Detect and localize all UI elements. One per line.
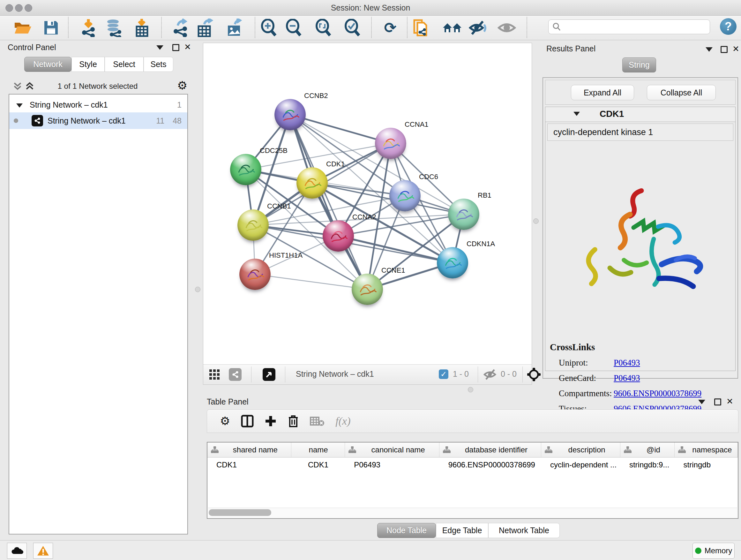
network-node-cdc25b[interactable] (230, 154, 261, 185)
column-header[interactable]: description (541, 442, 620, 457)
network-collection-row[interactable]: String Network – cdk1 1 (9, 97, 187, 113)
tab-network-table[interactable]: Network Table (488, 523, 560, 538)
results-panel-collapse-button[interactable] (705, 47, 713, 53)
column-header[interactable]: name (291, 442, 345, 457)
network-canvas[interactable]: CCNB2 CCNA1 CDC25B CDK1 CDC6 (203, 43, 532, 365)
network-node-ccnb2[interactable] (274, 99, 306, 130)
network-view-share-icon[interactable] (229, 368, 242, 381)
network-node-ccne1[interactable] (352, 273, 383, 305)
import-table-file-button[interactable] (131, 17, 152, 38)
table-horizontal-scrollbar[interactable] (208, 508, 737, 517)
search-input[interactable] (561, 22, 703, 32)
results-panel-float-button[interactable] (721, 46, 728, 54)
search-box[interactable] (548, 19, 710, 34)
control-panel-close-button[interactable]: ✕ (184, 43, 191, 51)
scrollbar-thumb[interactable] (209, 509, 271, 516)
collapse-all-button[interactable]: Collapse All (647, 85, 716, 100)
export-table-button[interactable] (195, 17, 215, 38)
network-node-ccnb1[interactable] (238, 209, 269, 241)
crosslink-label: GeneCard: (550, 373, 614, 383)
collection-disclosure-icon[interactable] (16, 100, 23, 110)
network-options-gear-icon[interactable]: ⚙ (177, 80, 187, 91)
column-header[interactable]: shared name (207, 442, 291, 457)
table-panel-float-button[interactable] (714, 398, 721, 407)
tab-style[interactable]: Style (71, 57, 105, 72)
table-cell[interactable]: CDK1 (291, 457, 345, 472)
crosslink-link[interactable]: P06493 (614, 373, 640, 383)
left-splitter-handle[interactable] (195, 287, 200, 292)
refresh-button[interactable]: ⟳ (380, 17, 401, 38)
save-session-button[interactable] (41, 17, 61, 38)
export-image-button[interactable] (225, 17, 245, 38)
crosslink-label: Uniprot: (550, 358, 614, 368)
column-header[interactable]: @id (620, 442, 675, 457)
table-row[interactable]: CDK1CDK1P064939606.ENSP00000378699cyclin… (207, 457, 738, 472)
zoom-out-button[interactable] (283, 17, 304, 38)
delete-column-icon[interactable] (287, 415, 299, 428)
node-table[interactable]: shared namenamecanonical namedatabase id… (207, 442, 738, 519)
tab-select[interactable]: Select (105, 57, 144, 72)
export-network-button[interactable] (170, 17, 191, 38)
column-type-icon (678, 446, 686, 454)
table-cell[interactable]: 9606.ENSP00000378699 (440, 457, 541, 472)
network-edge[interactable] (255, 274, 367, 289)
table-panel-collapse-button[interactable] (698, 400, 705, 406)
horizontal-splitter-handle[interactable] (468, 387, 473, 392)
hide-selected-button[interactable] (468, 17, 488, 38)
duplicate-network-button[interactable] (411, 17, 431, 38)
network-edge[interactable] (290, 115, 367, 289)
tab-edge-table[interactable]: Edge Table (436, 523, 488, 538)
network-edge[interactable] (338, 236, 453, 263)
table-cell[interactable]: stringdb (675, 457, 738, 472)
grid-view-icon[interactable] (209, 369, 220, 380)
protein-disclosure-icon[interactable] (574, 111, 580, 117)
import-network-database-button[interactable] (104, 17, 124, 38)
table-cell[interactable]: stringdb:9... (620, 457, 675, 472)
tab-string[interactable]: String (622, 57, 656, 72)
network-node-cdkn1a[interactable] (437, 247, 468, 278)
warnings-button[interactable] (33, 543, 53, 559)
zoom-fit-button[interactable] (313, 17, 333, 38)
cloud-status-button[interactable] (7, 543, 27, 559)
tab-node-table[interactable]: Node Table (377, 523, 436, 538)
add-column-icon[interactable] (265, 415, 277, 427)
column-header-label: name (294, 445, 345, 454)
zoom-in-button[interactable] (259, 17, 279, 38)
help-button[interactable]: ? (720, 18, 737, 35)
network-node-rb1[interactable] (448, 199, 479, 230)
protein-section-header[interactable]: CDK1 (545, 107, 735, 122)
selected-checkbox-icon[interactable]: ✓ (439, 369, 448, 379)
network-node-cdk1[interactable] (296, 167, 328, 199)
network-node-ccna1[interactable] (375, 128, 406, 159)
tab-network[interactable]: Network (24, 57, 71, 72)
protein-ribbon-icon (437, 247, 468, 278)
table-cell[interactable]: cyclin-dependent ... (541, 457, 620, 472)
birds-eye-view-icon[interactable] (263, 368, 275, 381)
zoom-selected-button[interactable] (342, 17, 362, 38)
open-session-button[interactable] (12, 17, 32, 38)
results-panel-close-button[interactable]: ✕ (732, 45, 739, 53)
column-header[interactable]: namespace (675, 442, 738, 457)
network-node-hist1h1a[interactable] (239, 259, 271, 290)
network-row-selected[interactable]: String Network – cdk1 11 48 (9, 112, 187, 129)
control-panel-collapse-button[interactable] (156, 45, 163, 51)
crosslink-link[interactable]: P06493 (614, 358, 640, 368)
control-panel-float-button[interactable] (172, 44, 179, 52)
column-visibility-icon[interactable] (241, 415, 254, 428)
network-node-ccna2[interactable] (323, 220, 354, 252)
table-settings-gear-icon[interactable]: ⚙ (220, 415, 230, 427)
column-header[interactable]: database identifier (440, 442, 541, 457)
expand-all-button[interactable]: Expand All (571, 85, 634, 100)
network-node-cdc6[interactable] (389, 180, 421, 211)
table-cell[interactable]: CDK1 (207, 457, 291, 472)
show-all-networks-button[interactable] (442, 17, 462, 38)
import-network-file-button[interactable] (78, 17, 98, 38)
protein-section: CDK1 cyclin-dependent kinase 1 (545, 107, 736, 371)
table-cell[interactable]: P06493 (345, 457, 440, 472)
column-header[interactable]: canonical name (345, 442, 439, 457)
memory-button[interactable]: Memory (692, 543, 735, 559)
table-panel-close-button[interactable]: ✕ (726, 397, 733, 406)
tab-sets[interactable]: Sets (144, 57, 173, 72)
table-panel: Table Panel ✕ ⚙ f(x) shared namenamecano… (203, 395, 741, 540)
show-hidden-button[interactable] (496, 17, 517, 38)
